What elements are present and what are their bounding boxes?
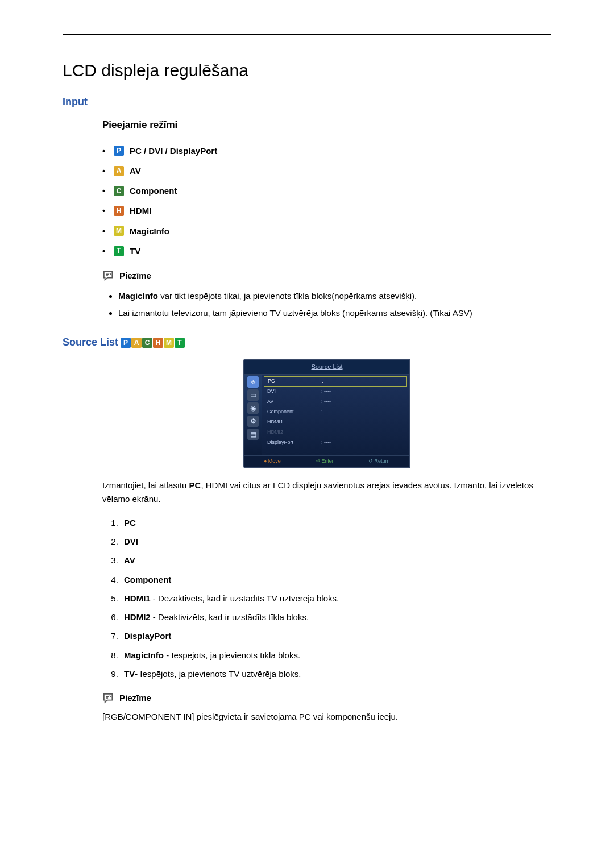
item-bold: AV xyxy=(124,555,135,565)
badge-c-icon: C xyxy=(114,186,124,196)
note-item: MagicInfo var tikt iespējots tikai, ja p… xyxy=(118,288,551,304)
osd-src: DVI xyxy=(267,388,321,396)
osd-hint-move: ♦ Move xyxy=(264,458,281,466)
osd-status: ---- xyxy=(321,418,331,426)
osd-footer: ♦ Move ⏎ Enter ↺ Return xyxy=(244,455,409,467)
osd-row[interactable]: PC---- xyxy=(264,376,407,387)
osd-tab-multi-icon[interactable]: ▤ xyxy=(247,429,259,440)
mode-label: TV xyxy=(130,244,140,258)
mode-item: MMagicInfo xyxy=(102,221,551,241)
item-bold: DVI xyxy=(124,537,138,546)
badge-h-icon: H xyxy=(153,338,163,348)
osd-tab-setup-icon[interactable]: ⚙ xyxy=(247,416,259,427)
source-intro: Izmantojiet, lai atlasītu PC, HDMI vai c… xyxy=(102,479,551,505)
mode-item: CComponent xyxy=(102,181,551,201)
mode-list: PPC / DVI / DisplayPort AAV CComponent H… xyxy=(102,141,551,261)
badge-t-icon: T xyxy=(114,246,124,256)
osd-src: HDMI2 xyxy=(267,429,321,437)
badge-m-icon: M xyxy=(164,338,174,348)
mode-item: HHDMI xyxy=(102,201,551,221)
note-label: Piezīme xyxy=(119,269,151,282)
osd-status: ---- xyxy=(321,408,331,416)
osd-row[interactable]: Component---- xyxy=(262,407,409,417)
osd-src: AV xyxy=(267,398,321,406)
badge-a-icon: A xyxy=(131,338,142,348)
note-text: var tikt iespējots tikai, ja pievienots … xyxy=(158,291,417,301)
list-item: PC xyxy=(121,513,551,532)
item-bold: MagicInfo xyxy=(124,650,164,660)
item-bold: PC xyxy=(124,518,136,528)
item-rest: - Dezaktivēts, kad ir uzstādīts TV uztvē… xyxy=(151,593,339,603)
item-bold: Component xyxy=(124,575,171,584)
source-list-heading: Source List P A C H M T xyxy=(63,335,551,351)
note-text-final: [RGB/COMPONENT IN] pieslēgvieta ir savie… xyxy=(102,710,551,723)
note-text: Lai izmantotu televizoru, tam jāpievieno… xyxy=(118,308,472,318)
intro-bold: PC xyxy=(189,480,201,490)
osd-hint-enter: ⏎ Enter xyxy=(316,458,334,466)
osd-status: ---- xyxy=(321,439,331,447)
note-item: Lai izmantotu televizoru, tam jāpievieno… xyxy=(118,305,551,321)
source-ordered-list: PC DVI AV Component HDMI1 - Dezaktivēts,… xyxy=(102,513,551,683)
badge-m-icon: M xyxy=(114,226,124,236)
osd-row[interactable]: DisplayPort---- xyxy=(262,438,409,448)
mode-label: AV xyxy=(130,164,141,177)
osd-status: ---- xyxy=(321,398,331,406)
source-list-heading-text: Source List xyxy=(63,335,118,351)
osd-src: PC xyxy=(268,377,322,385)
badge-h-icon: H xyxy=(114,206,124,216)
osd-menu: Source List ⎆ ▭ ◉ ⚙ ▤ PC---- DVI---- AV-… xyxy=(243,359,410,469)
badge-row: P A C H M T xyxy=(121,338,185,348)
osd-src: HDMI1 xyxy=(267,418,321,426)
mode-item: PPC / DVI / DisplayPort xyxy=(102,141,551,161)
list-item: MagicInfo - Iespējots, ja pievienots tīk… xyxy=(121,646,551,665)
list-item: HDMI1 - Dezaktivēts, kad ir uzstādīts TV… xyxy=(121,589,551,608)
badge-c-icon: C xyxy=(142,338,152,348)
osd-hint-return: ↺ Return xyxy=(368,458,390,466)
note-list: MagicInfo var tikt iespējots tikai, ja p… xyxy=(102,288,551,321)
osd-title: Source List xyxy=(244,360,409,375)
osd-row[interactable]: DVI---- xyxy=(262,387,409,397)
osd-status: ---- xyxy=(321,388,331,396)
note-bold: MagicInfo xyxy=(118,291,158,301)
available-modes-heading: Pieejamie režīmi xyxy=(102,118,551,132)
item-rest: - Iespējots, ja pievienots tīkla bloks. xyxy=(164,650,300,660)
item-bold: TV xyxy=(124,669,135,679)
list-item: TV- Iespējots, ja pievienots TV uztvērēj… xyxy=(121,665,551,683)
note-icon xyxy=(102,270,115,281)
osd-tab-sound-icon[interactable]: ◉ xyxy=(247,402,259,414)
badge-a-icon: A xyxy=(114,166,124,176)
osd-row: HDMI2 xyxy=(262,427,409,438)
osd-tab-input-icon[interactable]: ⎆ xyxy=(247,376,259,388)
list-item: DisplayPort xyxy=(121,626,551,645)
badge-p-icon: P xyxy=(121,338,131,348)
item-bold: HDMI1 xyxy=(124,593,151,603)
list-item: Component xyxy=(121,570,551,589)
item-bold: HDMI2 xyxy=(124,612,151,622)
intro-pre: Izmantojiet, lai atlasītu xyxy=(102,480,189,490)
item-rest: - Deaktivizēts, kad ir uzstādīts tīkla b… xyxy=(151,612,309,622)
osd-row-list: PC---- DVI---- AV---- Component---- HDMI… xyxy=(262,375,409,456)
mode-label: HDMI xyxy=(130,204,151,217)
mode-label: PC / DVI / DisplayPort xyxy=(130,144,217,157)
list-item: HDMI2 - Deaktivizēts, kad ir uzstādīts t… xyxy=(121,608,551,626)
mode-item: AAV xyxy=(102,161,551,181)
input-heading: Input xyxy=(63,94,551,110)
top-divider xyxy=(63,34,551,35)
item-rest: - Iespējots, ja pievienots TV uztvērēja … xyxy=(135,669,301,679)
osd-src: DisplayPort xyxy=(267,439,321,447)
list-item: DVI xyxy=(121,532,551,551)
note-heading: Piezīme xyxy=(102,269,551,282)
mode-label: MagicInfo xyxy=(130,225,169,238)
mode-item: TTV xyxy=(102,241,551,261)
osd-tab-picture-icon[interactable]: ▭ xyxy=(247,389,259,401)
item-bold: DisplayPort xyxy=(124,631,171,641)
osd-sidebar: ⎆ ▭ ◉ ⚙ ▤ xyxy=(244,375,262,456)
osd-row[interactable]: AV---- xyxy=(262,397,409,407)
bottom-divider xyxy=(63,741,551,741)
note-icon xyxy=(102,692,115,704)
badge-t-icon: T xyxy=(175,338,185,348)
note-label: Piezīme xyxy=(119,691,151,704)
osd-row[interactable]: HDMI1---- xyxy=(262,417,409,427)
list-item: AV xyxy=(121,551,551,570)
badge-p-icon: P xyxy=(114,146,124,156)
